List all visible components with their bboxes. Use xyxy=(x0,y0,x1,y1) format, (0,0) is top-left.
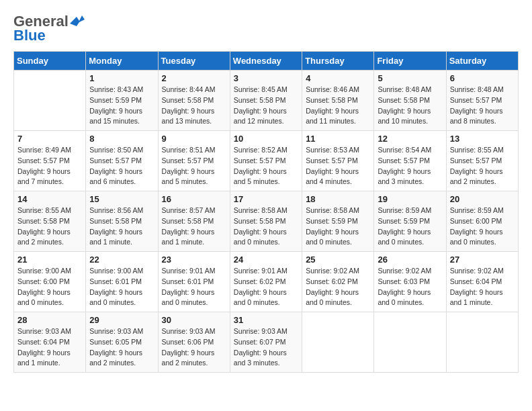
day-info: Sunrise: 8:49 AM Sunset: 5:57 PM Dayligh… xyxy=(17,145,82,187)
calendar-cell: 21Sunrise: 9:00 AM Sunset: 6:00 PM Dayli… xyxy=(14,252,86,312)
day-info: Sunrise: 9:00 AM Sunset: 6:00 PM Dayligh… xyxy=(17,266,82,308)
calendar-cell: 9Sunrise: 8:51 AM Sunset: 5:57 PM Daylig… xyxy=(158,131,230,191)
day-info: Sunrise: 8:55 AM Sunset: 5:58 PM Dayligh… xyxy=(17,205,82,248)
calendar-cell: 11Sunrise: 8:53 AM Sunset: 5:57 PM Dayli… xyxy=(302,131,374,191)
day-info: Sunrise: 8:59 AM Sunset: 6:00 PM Dayligh… xyxy=(450,205,515,248)
logo-bird-icon xyxy=(70,14,85,26)
day-number: 21 xyxy=(17,255,82,265)
calendar-cell: 30Sunrise: 9:03 AM Sunset: 6:06 PM Dayli… xyxy=(158,312,230,373)
day-number: 10 xyxy=(234,134,298,144)
svg-marker-0 xyxy=(70,15,85,26)
day-number: 25 xyxy=(306,255,370,265)
calendar-cell: 8Sunrise: 8:50 AM Sunset: 5:57 PM Daylig… xyxy=(86,131,158,191)
day-info: Sunrise: 9:03 AM Sunset: 6:05 PM Dayligh… xyxy=(89,326,154,369)
day-number: 4 xyxy=(306,73,370,83)
day-info: Sunrise: 9:02 AM Sunset: 6:04 PM Dayligh… xyxy=(450,266,515,308)
calendar-header-row: SundayMondayTuesdayWednesdayThursdayFrid… xyxy=(14,52,519,71)
day-info: Sunrise: 9:03 AM Sunset: 6:07 PM Dayligh… xyxy=(234,326,298,369)
calendar-cell: 16Sunrise: 8:57 AM Sunset: 5:58 PM Dayli… xyxy=(158,191,230,252)
calendar-cell: 10Sunrise: 8:52 AM Sunset: 5:57 PM Dayli… xyxy=(230,131,302,191)
day-number: 20 xyxy=(450,194,515,204)
day-number: 2 xyxy=(162,73,226,83)
day-info: Sunrise: 8:50 AM Sunset: 5:57 PM Dayligh… xyxy=(89,145,154,187)
day-number: 5 xyxy=(378,73,442,83)
day-info: Sunrise: 9:03 AM Sunset: 6:04 PM Dayligh… xyxy=(17,326,82,369)
page-header: General Blue xyxy=(13,13,519,44)
day-info: Sunrise: 8:59 AM Sunset: 5:59 PM Dayligh… xyxy=(378,205,442,248)
day-info: Sunrise: 8:55 AM Sunset: 5:57 PM Dayligh… xyxy=(450,145,515,187)
day-info: Sunrise: 8:58 AM Sunset: 5:59 PM Dayligh… xyxy=(306,205,370,248)
day-number: 1 xyxy=(89,73,154,83)
day-info: Sunrise: 8:57 AM Sunset: 5:58 PM Dayligh… xyxy=(162,205,226,248)
day-number: 15 xyxy=(89,194,154,204)
calendar-cell: 7Sunrise: 8:49 AM Sunset: 5:57 PM Daylig… xyxy=(14,131,86,191)
day-info: Sunrise: 9:02 AM Sunset: 6:02 PM Dayligh… xyxy=(306,266,370,308)
calendar-cell xyxy=(302,312,374,373)
day-number: 14 xyxy=(17,194,82,204)
day-number: 18 xyxy=(306,194,370,204)
day-info: Sunrise: 8:56 AM Sunset: 5:58 PM Dayligh… xyxy=(89,205,154,248)
calendar-cell: 1Sunrise: 8:43 AM Sunset: 5:59 PM Daylig… xyxy=(86,71,158,131)
calendar-cell: 20Sunrise: 8:59 AM Sunset: 6:00 PM Dayli… xyxy=(446,191,518,252)
calendar-cell: 15Sunrise: 8:56 AM Sunset: 5:58 PM Dayli… xyxy=(86,191,158,252)
day-number: 30 xyxy=(162,315,226,325)
calendar-cell xyxy=(374,312,446,373)
header-monday: Monday xyxy=(86,52,158,71)
calendar-cell: 28Sunrise: 9:03 AM Sunset: 6:04 PM Dayli… xyxy=(14,312,86,373)
calendar-cell: 29Sunrise: 9:03 AM Sunset: 6:05 PM Dayli… xyxy=(86,312,158,373)
calendar-week-row: 7Sunrise: 8:49 AM Sunset: 5:57 PM Daylig… xyxy=(14,131,519,191)
day-number: 12 xyxy=(378,134,442,144)
calendar-cell: 14Sunrise: 8:55 AM Sunset: 5:58 PM Dayli… xyxy=(14,191,86,252)
header-tuesday: Tuesday xyxy=(158,52,230,71)
calendar-cell: 18Sunrise: 8:58 AM Sunset: 5:59 PM Dayli… xyxy=(302,191,374,252)
day-info: Sunrise: 9:02 AM Sunset: 6:03 PM Dayligh… xyxy=(378,266,442,308)
day-number: 27 xyxy=(450,255,515,265)
calendar-cell: 5Sunrise: 8:48 AM Sunset: 5:58 PM Daylig… xyxy=(374,71,446,131)
calendar-cell: 31Sunrise: 9:03 AM Sunset: 6:07 PM Dayli… xyxy=(230,312,302,373)
day-number: 28 xyxy=(17,315,82,325)
day-number: 11 xyxy=(306,134,370,144)
day-info: Sunrise: 8:58 AM Sunset: 5:58 PM Dayligh… xyxy=(234,205,298,248)
calendar-cell xyxy=(446,312,518,373)
day-info: Sunrise: 9:03 AM Sunset: 6:06 PM Dayligh… xyxy=(162,326,226,369)
header-friday: Friday xyxy=(374,52,446,71)
header-wednesday: Wednesday xyxy=(230,52,302,71)
calendar-cell: 22Sunrise: 9:00 AM Sunset: 6:01 PM Dayli… xyxy=(86,252,158,312)
day-info: Sunrise: 8:48 AM Sunset: 5:58 PM Dayligh… xyxy=(378,85,442,127)
calendar-cell: 23Sunrise: 9:01 AM Sunset: 6:01 PM Dayli… xyxy=(158,252,230,312)
header-thursday: Thursday xyxy=(302,52,374,71)
day-info: Sunrise: 9:00 AM Sunset: 6:01 PM Dayligh… xyxy=(89,266,154,308)
day-number: 23 xyxy=(162,255,226,265)
day-number: 13 xyxy=(450,134,515,144)
day-number: 19 xyxy=(378,194,442,204)
calendar-week-row: 1Sunrise: 8:43 AM Sunset: 5:59 PM Daylig… xyxy=(14,71,519,131)
calendar-cell: 2Sunrise: 8:44 AM Sunset: 5:58 PM Daylig… xyxy=(158,71,230,131)
calendar-week-row: 28Sunrise: 9:03 AM Sunset: 6:04 PM Dayli… xyxy=(14,312,519,373)
day-number: 8 xyxy=(89,134,154,144)
day-number: 9 xyxy=(162,134,226,144)
calendar-cell: 3Sunrise: 8:45 AM Sunset: 5:58 PM Daylig… xyxy=(230,71,302,131)
calendar-cell: 6Sunrise: 8:48 AM Sunset: 5:57 PM Daylig… xyxy=(446,71,518,131)
calendar-cell: 26Sunrise: 9:02 AM Sunset: 6:03 PM Dayli… xyxy=(374,252,446,312)
day-info: Sunrise: 8:43 AM Sunset: 5:59 PM Dayligh… xyxy=(89,85,154,127)
day-info: Sunrise: 8:48 AM Sunset: 5:57 PM Dayligh… xyxy=(450,85,515,127)
day-info: Sunrise: 9:01 AM Sunset: 6:01 PM Dayligh… xyxy=(162,266,226,308)
day-info: Sunrise: 8:44 AM Sunset: 5:58 PM Dayligh… xyxy=(162,85,226,127)
calendar-cell: 27Sunrise: 9:02 AM Sunset: 6:04 PM Dayli… xyxy=(446,252,518,312)
day-number: 29 xyxy=(89,315,154,325)
header-sunday: Sunday xyxy=(14,52,86,71)
calendar-cell: 4Sunrise: 8:46 AM Sunset: 5:58 PM Daylig… xyxy=(302,71,374,131)
header-saturday: Saturday xyxy=(446,52,518,71)
calendar-cell: 13Sunrise: 8:55 AM Sunset: 5:57 PM Dayli… xyxy=(446,131,518,191)
day-number: 17 xyxy=(234,194,298,204)
calendar-cell: 12Sunrise: 8:54 AM Sunset: 5:57 PM Dayli… xyxy=(374,131,446,191)
day-info: Sunrise: 8:46 AM Sunset: 5:58 PM Dayligh… xyxy=(306,85,370,127)
day-number: 22 xyxy=(89,255,154,265)
logo: General Blue xyxy=(13,13,85,44)
day-info: Sunrise: 8:54 AM Sunset: 5:57 PM Dayligh… xyxy=(378,145,442,187)
calendar-table: SundayMondayTuesdayWednesdayThursdayFrid… xyxy=(13,51,519,373)
calendar-cell: 19Sunrise: 8:59 AM Sunset: 5:59 PM Dayli… xyxy=(374,191,446,252)
day-info: Sunrise: 9:01 AM Sunset: 6:02 PM Dayligh… xyxy=(234,266,298,308)
calendar-cell: 24Sunrise: 9:01 AM Sunset: 6:02 PM Dayli… xyxy=(230,252,302,312)
day-info: Sunrise: 8:52 AM Sunset: 5:57 PM Dayligh… xyxy=(234,145,298,187)
